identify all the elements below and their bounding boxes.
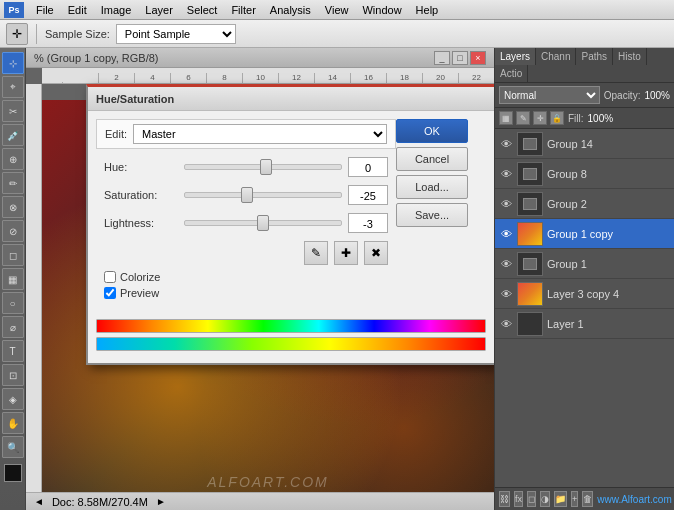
layer-item-group1[interactable]: 👁 Group 1 (495, 249, 674, 279)
layer-visibility-icon[interactable]: 👁 (499, 227, 513, 241)
tool-path[interactable]: ⊡ (2, 364, 24, 386)
layer-fill-controls: ▦ ✎ ✛ 🔒 Fill: 100% (495, 108, 674, 129)
lock-image-icon[interactable]: ✎ (516, 111, 530, 125)
layer-item-group8[interactable]: 👁 Group 8 (495, 159, 674, 189)
tab-layers[interactable]: Layers (495, 48, 536, 65)
status-arrow-right[interactable]: ► (156, 496, 166, 507)
tool-shape[interactable]: ◈ (2, 388, 24, 410)
tool-hand[interactable]: ✋ (2, 412, 24, 434)
tool-healing[interactable]: ⊕ (2, 148, 24, 170)
layer-visibility-icon[interactable]: 👁 (499, 137, 513, 151)
layer-visibility-icon[interactable]: 👁 (499, 167, 513, 181)
eyedropper-add-button[interactable]: ✚ (334, 241, 358, 265)
foreground-color[interactable] (4, 464, 22, 482)
lightness-slider-thumb[interactable] (257, 215, 269, 231)
tool-text[interactable]: T (2, 340, 24, 362)
blend-mode-select[interactable]: Normal (499, 86, 600, 104)
tool-pen[interactable]: ⌀ (2, 316, 24, 338)
sample-size-select[interactable]: Point Sample 3 by 3 Average 5 by 5 Avera… (116, 24, 236, 44)
colorize-label: Colorize (120, 271, 160, 283)
tool-marquee[interactable]: ⊹ (2, 52, 24, 74)
fill-label: Fill: (568, 113, 584, 124)
tab-paths[interactable]: Paths (576, 48, 613, 65)
layer-visibility-icon[interactable]: 👁 (499, 197, 513, 211)
lock-all-icon[interactable]: 🔒 (550, 111, 564, 125)
saturation-value[interactable]: -25 (348, 185, 388, 205)
saturation-slider-thumb[interactable] (241, 187, 253, 203)
tool-zoom[interactable]: 🔍 (2, 436, 24, 458)
add-mask-button[interactable]: ◻ (527, 491, 536, 507)
menu-window[interactable]: Window (356, 2, 407, 18)
layer-item-group2[interactable]: 👁 Group 2 (495, 189, 674, 219)
save-button[interactable]: Save... (396, 203, 468, 227)
preview-label: Preview (120, 287, 159, 299)
new-adjustment-button[interactable]: ◑ (540, 491, 550, 507)
cancel-button[interactable]: Cancel (396, 147, 468, 171)
edit-select[interactable]: Master (133, 124, 387, 144)
edit-label: Edit: (105, 128, 127, 140)
fx-button[interactable]: fx (514, 491, 523, 507)
tool-crop[interactable]: ✂ (2, 100, 24, 122)
layer-visibility-icon[interactable]: 👁 (499, 287, 513, 301)
menu-edit[interactable]: Edit (62, 2, 93, 18)
tick-6: 6 (170, 73, 206, 83)
tool-clone[interactable]: ⊗ (2, 196, 24, 218)
lightness-slider-track[interactable] (184, 220, 342, 226)
menu-select[interactable]: Select (181, 2, 224, 18)
tool-eyedropper[interactable]: 💉 (2, 124, 24, 146)
gradient-bars-area (88, 315, 494, 363)
layer-item-layer1[interactable]: 👁 Layer 1 (495, 309, 674, 339)
layer-thumbnail-layer1 (517, 312, 543, 336)
dialog-window: Hue/Saturation Edit: Master H (86, 84, 494, 365)
status-bar: ◄ Doc: 8.58M/270.4M ► (26, 492, 494, 510)
preview-checkbox[interactable] (104, 287, 116, 299)
saturation-row: Saturation: -25 (96, 185, 396, 205)
hue-slider-track[interactable] (184, 164, 342, 170)
menu-filter[interactable]: Filter (225, 2, 261, 18)
saturation-slider-track[interactable] (184, 192, 342, 198)
tab-actions[interactable]: Actio (495, 65, 528, 82)
link-layers-button[interactable]: ⛓ (499, 491, 510, 507)
menu-view[interactable]: View (319, 2, 355, 18)
tab-history[interactable]: Histo (613, 48, 647, 65)
website-link: www.Alfoart.com (597, 494, 671, 505)
close-button[interactable]: × (470, 51, 486, 65)
layer-thumbnail-group1 (517, 252, 543, 276)
menu-analysis[interactable]: Analysis (264, 2, 317, 18)
layer-item-layer3copy4[interactable]: 👁 Layer 3 copy 4 (495, 279, 674, 309)
tool-eraser[interactable]: ◻ (2, 244, 24, 266)
restore-button[interactable]: □ (452, 51, 468, 65)
preview-row: Preview (104, 287, 388, 299)
menu-help[interactable]: Help (410, 2, 445, 18)
tab-channels[interactable]: Chann (536, 48, 576, 65)
hue-value[interactable]: 0 (348, 157, 388, 177)
status-arrow-left[interactable]: ◄ (34, 496, 44, 507)
new-group-button[interactable]: 📁 (554, 491, 567, 507)
eyedropper-button[interactable]: ✎ (304, 241, 328, 265)
menu-file[interactable]: File (30, 2, 60, 18)
layer-item-group1copy[interactable]: 👁 Group 1 copy (495, 219, 674, 249)
layer-visibility-icon[interactable]: 👁 (499, 257, 513, 271)
ok-button[interactable]: OK (396, 119, 468, 143)
new-layer-button[interactable]: + (571, 491, 578, 507)
layer-visibility-icon[interactable]: 👁 (499, 317, 513, 331)
eyedropper-subtract-button[interactable]: ✖ (364, 241, 388, 265)
tool-brush[interactable]: ✏ (2, 172, 24, 194)
colorize-checkbox[interactable] (104, 271, 116, 283)
tool-gradient[interactable]: ▦ (2, 268, 24, 290)
lock-position-icon[interactable]: ✛ (533, 111, 547, 125)
hue-slider-thumb[interactable] (260, 159, 272, 175)
menu-image[interactable]: Image (95, 2, 138, 18)
minimize-button[interactable]: _ (434, 51, 450, 65)
lightness-row: Lightness: -3 (96, 213, 396, 233)
load-button[interactable]: Load... (396, 175, 468, 199)
delete-layer-button[interactable]: 🗑 (582, 491, 593, 507)
tool-history[interactable]: ⊘ (2, 220, 24, 242)
tick-2: 2 (98, 73, 134, 83)
layer-item-group14[interactable]: 👁 Group 14 (495, 129, 674, 159)
tool-lasso[interactable]: ⌖ (2, 76, 24, 98)
tool-dodge[interactable]: ○ (2, 292, 24, 314)
lock-transparent-icon[interactable]: ▦ (499, 111, 513, 125)
menu-layer[interactable]: Layer (139, 2, 179, 18)
lightness-value[interactable]: -3 (348, 213, 388, 233)
